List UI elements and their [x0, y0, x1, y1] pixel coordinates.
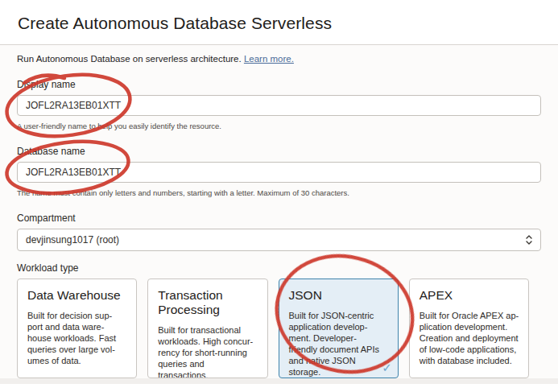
- workload-type-group: Workload type Data Warehouse Built for d…: [17, 262, 541, 378]
- create-adb-serverless-dialog: Create Autonomous Database Serverless Ru…: [0, 0, 558, 392]
- workload-card-description: Built for decision sup- port and data wa…: [27, 310, 127, 366]
- workload-card-title: APEX: [420, 288, 519, 303]
- workload-type-label: Workload type: [17, 262, 541, 274]
- workload-card-title: JSON: [289, 288, 389, 303]
- workload-card-title: Data Warehouse: [27, 288, 127, 303]
- workload-card-title: Transaction Processing: [158, 288, 258, 317]
- workload-card-description: Built for JSON-centric application devel…: [289, 310, 389, 378]
- page-title: Create Autonomous Database Serverless: [18, 14, 540, 33]
- display-name-field: Display name A user-friendly name to hel…: [17, 79, 541, 130]
- database-name-helper: The name must contain only letters and n…: [17, 188, 541, 197]
- intro-text: Run Autonomous Database on serverless ar…: [17, 54, 541, 64]
- compartment-selected-value: devjinsung1017 (root): [26, 234, 119, 246]
- workload-card-json[interactable]: JSON Built for JSON-centric application …: [279, 279, 399, 378]
- database-name-input[interactable]: [17, 162, 541, 183]
- workload-card-transaction-processing[interactable]: Transaction Processing Built for transac…: [147, 279, 267, 378]
- database-name-field: Database name The name must contain only…: [17, 146, 541, 197]
- display-name-input[interactable]: [17, 95, 541, 116]
- display-name-label: Display name: [17, 79, 541, 90]
- compartment-label: Compartment: [17, 213, 541, 224]
- check-icon: ✓: [382, 361, 392, 375]
- workload-card-description: Built for Oracle APEX ap- plication deve…: [420, 310, 519, 366]
- compartment-select[interactable]: devjinsung1017 (root): [17, 229, 541, 251]
- learn-more-link[interactable]: Learn more.: [244, 54, 294, 64]
- up-down-chevron-icon: [525, 233, 533, 246]
- create-adb-form: Run Autonomous Database on serverless ar…: [0, 45, 558, 384]
- workload-card-data-warehouse[interactable]: Data Warehouse Built for decision sup- p…: [17, 279, 137, 378]
- intro-text-body: Run Autonomous Database on serverless ar…: [17, 54, 244, 64]
- display-name-helper: A user-friendly name to help you easily …: [17, 122, 541, 130]
- workload-card-description: Built for transactional workloads. High …: [158, 324, 258, 378]
- section-footer-strip: [0, 378, 558, 384]
- workload-card-grid: Data Warehouse Built for decision sup- p…: [17, 279, 529, 378]
- dialog-header: Create Autonomous Database Serverless: [0, 0, 558, 45]
- compartment-field: Compartment devjinsung1017 (root): [17, 213, 541, 251]
- database-name-label: Database name: [17, 146, 541, 157]
- workload-card-apex[interactable]: APEX Built for Oracle APEX ap- plication…: [409, 279, 529, 378]
